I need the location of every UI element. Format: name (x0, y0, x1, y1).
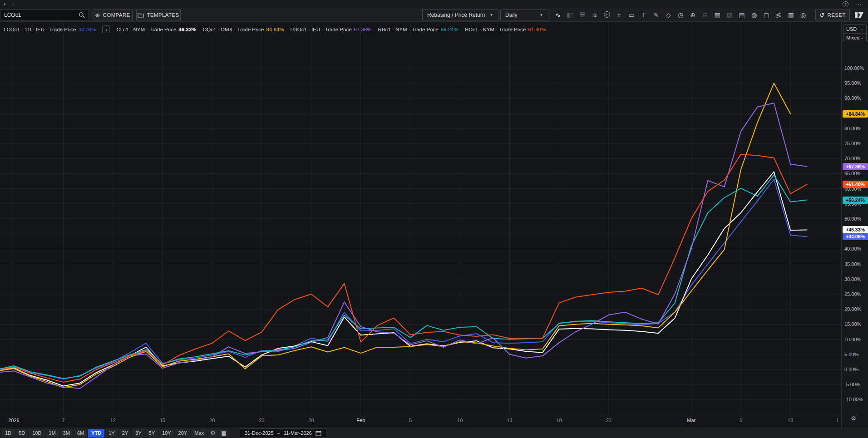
range-button-5d[interactable]: 5D (15, 429, 28, 438)
zoom-in-icon[interactable]: ⊕ (688, 10, 698, 20)
scale-label: 30.00% (844, 276, 861, 282)
range-button-2y[interactable]: 2Y (119, 429, 131, 438)
replay-icon[interactable]: ◷ (676, 10, 686, 20)
templates-button[interactable]: TEMPLATES (136, 10, 181, 20)
time-axis-tick: 15 (160, 418, 165, 423)
interval-dropdown-value: Daily (505, 12, 518, 18)
range-button-10y[interactable]: 10Y (159, 429, 174, 438)
price-chart-canvas[interactable] (0, 22, 841, 414)
legend-value: 44.06% (78, 27, 96, 32)
last-price-badge: +56.24% (843, 197, 868, 204)
currency-selector[interactable]: USD ⌄ (844, 25, 866, 34)
range-button-max[interactable]: Max (191, 429, 207, 438)
bottom-toolbar: 1D5D10D1M3M6MYTD1Y2Y3Y5Y10Y20YMax ⚙ ▦ 31… (0, 428, 868, 438)
price-line-oqc1[interactable] (0, 83, 790, 388)
time-axis-trailing-label: 1 (836, 418, 839, 423)
symbol-search[interactable] (0, 10, 89, 20)
chart-settings-icon[interactable]: ◎ (798, 10, 808, 20)
scale-label: 25.00% (844, 291, 861, 297)
zoom-out-icon[interactable]: ⊖ (700, 10, 710, 20)
chevron-down-icon: ▼ (489, 13, 493, 17)
range-button-1y[interactable]: 1Y (105, 429, 118, 438)
rebasing-dropdown[interactable]: Rebasing / Price Return ▼ (422, 10, 498, 20)
reset-button[interactable]: ↺ RESET (815, 10, 850, 20)
multi-chart-icon[interactable]: ≶ (774, 10, 784, 20)
last-price-badge: +67.36% (843, 163, 868, 170)
chart-region: LCOc1 · 1D · IEU · Trade Price44.06%‹CLc… (0, 22, 868, 428)
legend-item-rbc1[interactable]: RBc1 · NYM · Trade Price56.24% (378, 27, 459, 32)
text-tool-icon[interactable]: T (639, 10, 649, 20)
range-button-5y[interactable]: 5Y (146, 429, 158, 438)
compare-series-icon[interactable]: ☰ (577, 10, 587, 20)
interval-dropdown[interactable]: Daily ▼ (500, 10, 548, 20)
plus-circle-icon: ⊕ (95, 12, 100, 19)
range-button-6m[interactable]: 6M (74, 429, 87, 438)
range-button-1d[interactable]: 1D (2, 429, 15, 438)
add-pane-icon[interactable]: ▧ (725, 10, 735, 20)
time-axis-tick: 23 (259, 418, 264, 423)
time-axis[interactable]: 202671215202328Feb510131823Mar5101 (0, 414, 841, 428)
tradingview-logo[interactable] (854, 10, 864, 20)
legend-item-clc1[interactable]: CLc1 · NYM · Trade Price46.33% (116, 27, 196, 32)
price-line-lgoc1[interactable] (0, 103, 807, 389)
overlay-waves-icon[interactable]: ≋ (590, 10, 600, 20)
events-icon[interactable]: Ⓔ (602, 10, 612, 20)
price-scale[interactable]: USD ⌄ Mixed ⌄ 100.00%95.00%90.00%85.00%8… (841, 22, 868, 428)
indicators-icon[interactable]: ⌗ (614, 10, 624, 20)
folder-icon (138, 12, 144, 18)
time-axis-tick: 18 (556, 418, 562, 423)
legend-symbol-text: LCOc1 · 1D · IEU · Trade Price (4, 27, 76, 32)
legend-collapse-button[interactable]: ‹ (102, 25, 110, 33)
news-icon[interactable]: ▤ (737, 10, 747, 20)
legend-item-lgoc1[interactable]: LGOc1 · IEU · Trade Price67.36% (290, 27, 371, 32)
axis-settings-icon[interactable]: ⚙ (851, 415, 856, 422)
date-range-separator: – (277, 430, 280, 437)
polygon-tool-icon[interactable]: ◇ (663, 10, 673, 20)
draw-tool-icon[interactable]: ✎ (651, 10, 661, 20)
scale-label: 50.00% (844, 216, 861, 221)
scale-label: 40.00% (844, 246, 861, 251)
reset-icon: ↺ (819, 12, 824, 19)
session-grid-icon[interactable]: ▦ (219, 429, 229, 438)
back-arrow-icon[interactable]: ‹ (4, 0, 5, 8)
scale-label: 90.00% (844, 95, 861, 101)
transform-icon[interactable]: ▭ (626, 10, 636, 20)
analysis-icon[interactable]: ◍ (749, 10, 759, 20)
more-menu-icon[interactable]: ⋯ (856, 0, 861, 8)
compare-button[interactable]: ⊕ COMPARE (93, 10, 133, 20)
range-button-1m[interactable]: 1M (45, 429, 59, 438)
candlestick-chart-icon[interactable]: ▮▯ (565, 10, 575, 20)
export-chart-icon[interactable]: ▥ (786, 10, 796, 20)
blank-layout-icon[interactable]: ▢ (761, 10, 771, 20)
auto-scale-settings-icon[interactable]: ⚙ (208, 429, 218, 438)
range-button-ytd[interactable]: YTD (88, 429, 104, 438)
legend-item-oqc1[interactable]: OQc1 · DMX · Trade Price84.84% (202, 27, 284, 32)
help-icon[interactable]: ? (843, 0, 848, 8)
legend-item-lcoc1[interactable]: LCOc1 · 1D · IEU · Trade Price44.06% (4, 27, 96, 32)
range-button-10d[interactable]: 10D (29, 429, 44, 438)
chart-tools-strip: ∿▮▯☰≋Ⓔ⌗▭T✎◇◷⊕⊖▦▧▤◍▢≶▥◎ (553, 10, 808, 20)
legend-item-hoc1[interactable]: HOc1 · NYM · Trade Price61.40% (465, 27, 546, 32)
time-axis-tick: 23 (606, 418, 612, 423)
rebasing-dropdown-value: Rebasing / Price Return (427, 12, 485, 18)
date-range-picker[interactable]: 31-Dec-2025 – 11-Mar-2026 (240, 428, 326, 438)
scale-label: 95.00% (844, 80, 861, 86)
time-axis-tick: 2026 (8, 418, 19, 423)
price-line-rbc1[interactable] (0, 175, 807, 379)
symbol-search-input[interactable] (4, 12, 72, 18)
legend-symbol-text: HOc1 · NYM · Trade Price (465, 27, 526, 32)
legend-symbol-text: RBc1 · NYM · Trade Price (378, 27, 439, 32)
time-axis-tick: 28 (308, 418, 314, 423)
line-chart-icon[interactable]: ∿ (553, 10, 563, 20)
last-price-badge: +84.84% (843, 110, 868, 118)
scale-label: 0.00% (844, 367, 858, 372)
data-table-icon[interactable]: ▦ (712, 10, 722, 20)
range-button-3m[interactable]: 3M (60, 429, 73, 438)
forward-arrow-icon[interactable]: › (12, 0, 14, 8)
range-button-20y[interactable]: 20Y (175, 429, 191, 438)
scale-label: 70.00% (844, 156, 861, 161)
scale-mode-selector[interactable]: Mixed ⌄ (844, 34, 866, 42)
legend-value: 46.33% (178, 27, 196, 32)
legend-symbol-text: LGOc1 · IEU · Trade Price (290, 27, 351, 32)
range-button-3y[interactable]: 3Y (132, 429, 144, 438)
